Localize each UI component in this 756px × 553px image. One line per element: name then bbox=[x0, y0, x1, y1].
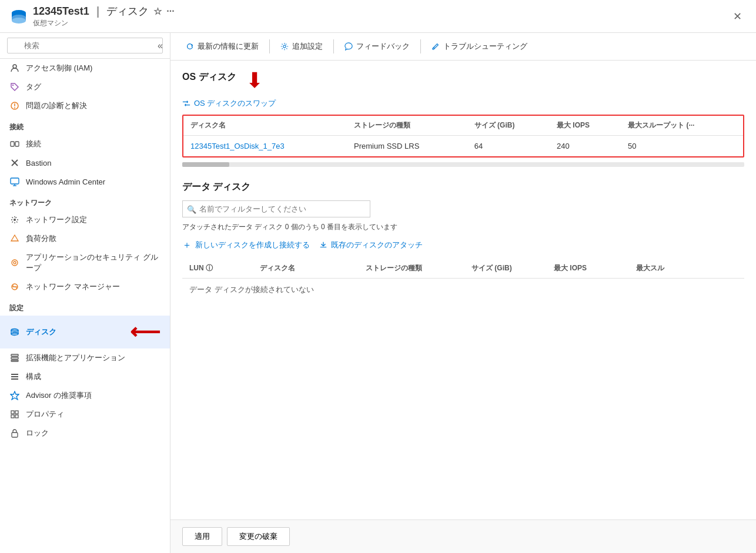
os-throughput-cell: 50 bbox=[621, 136, 743, 157]
collapse-button[interactable]: « bbox=[158, 41, 163, 51]
filter-input[interactable] bbox=[182, 200, 370, 217]
sidebar-item-tags[interactable]: タグ bbox=[0, 78, 170, 96]
extensions-icon bbox=[9, 353, 20, 363]
sidebar-item-network-settings[interactable]: ネットワーク設定 bbox=[0, 210, 170, 229]
data-disk-table: LUN ⓘ ディスク名 ストレージの種類 サイズ (GiB) 最大 IOPS 最… bbox=[182, 259, 744, 301]
refresh-button[interactable]: 最新の情報に更新 bbox=[180, 38, 265, 55]
svg-rect-27 bbox=[11, 354, 18, 356]
main-content: 最新の情報に更新 追加設定 フィードバック トラブルシューティング bbox=[170, 33, 756, 553]
settings-icon bbox=[280, 42, 289, 51]
section-label-settings: 設定 bbox=[0, 296, 170, 316]
sidebar-item-advisor[interactable]: Advisor の推奨事項 bbox=[0, 386, 170, 405]
os-disk-title: OS ディスク bbox=[182, 71, 236, 83]
swap-os-disk-button[interactable]: OS ディスクのスワップ bbox=[182, 98, 276, 109]
sidebar-search-area: 🔍 « bbox=[0, 33, 170, 59]
footer: 適用 変更の破棄 bbox=[170, 520, 756, 553]
filter-input-wrap: 🔍 bbox=[182, 200, 370, 217]
close-button[interactable]: ✕ bbox=[728, 8, 747, 25]
svg-point-20 bbox=[12, 260, 18, 266]
sidebar-label-network-settings: ネットワーク設定 bbox=[26, 215, 87, 225]
col-iops: 最大 IOPS bbox=[550, 116, 621, 136]
disk-icon bbox=[9, 327, 20, 337]
os-disk-table: ディスク名 ストレージの種類 サイズ (GiB) 最大 IOPS 最大スループッ… bbox=[183, 116, 743, 156]
apply-button[interactable]: 適用 bbox=[182, 527, 222, 546]
swap-button-area: OS ディスクのスワップ bbox=[182, 98, 744, 109]
wac-icon bbox=[9, 176, 20, 187]
header-title-block: 12345Test1 | ディスク ☆ ··· 仮想マシン bbox=[33, 4, 175, 28]
swap-icon bbox=[182, 99, 190, 108]
vm-name: 12345Test1 bbox=[33, 5, 89, 18]
svg-rect-32 bbox=[11, 378, 18, 380]
sidebar-item-access-control[interactable]: アクセス制御 (IAM) bbox=[0, 59, 170, 78]
search-input[interactable] bbox=[7, 38, 163, 53]
access-control-icon bbox=[9, 63, 20, 73]
attach-existing-button[interactable]: 既存のディスクのアタッチ bbox=[319, 240, 423, 250]
svg-rect-15 bbox=[11, 178, 19, 184]
col-data-iops: 最大 IOPS bbox=[547, 259, 629, 279]
sidebar-label-wac: Windows Admin Center bbox=[26, 177, 105, 186]
settings-button[interactable]: 追加設定 bbox=[275, 38, 329, 55]
sidebar-label-lock: ロック bbox=[26, 428, 49, 438]
section-label-connect: 接続 bbox=[0, 115, 170, 135]
favorite-star[interactable]: ☆ bbox=[153, 6, 162, 17]
troubleshoot-icon bbox=[431, 42, 440, 51]
sidebar-item-bastion[interactable]: Bastion bbox=[0, 153, 170, 172]
section-label-network: ネットワーク bbox=[0, 191, 170, 210]
down-arrow-annotation: ⬇ bbox=[246, 70, 263, 91]
svg-rect-29 bbox=[11, 360, 18, 361]
sidebar-item-network-manager[interactable]: ネットワーク マネージャー bbox=[0, 277, 170, 296]
svg-rect-35 bbox=[15, 411, 18, 414]
os-disk-name-link[interactable]: 12345Test1_OsDisk_1_7e3 bbox=[190, 142, 285, 150]
bastion-icon bbox=[9, 157, 20, 168]
more-options[interactable]: ··· bbox=[166, 6, 174, 16]
add-disk-button[interactable]: ＋ 新しいディスクを作成し接続する bbox=[182, 239, 310, 252]
content-area: OS ディスク ⬇ OS ディスクのスワップ ディスク名 bbox=[170, 61, 756, 520]
svg-point-18 bbox=[14, 219, 16, 221]
feedback-button[interactable]: フィードバック bbox=[339, 38, 416, 55]
left-arrow-annotation: ⟵ bbox=[130, 320, 160, 344]
svg-rect-28 bbox=[11, 357, 18, 359]
sidebar-item-load-balancer[interactable]: 負荷分散 bbox=[0, 229, 170, 248]
sidebar-label-connect: 接続 bbox=[26, 139, 41, 149]
cancel-button[interactable]: 変更の破棄 bbox=[227, 527, 290, 546]
header-title: 12345Test1 | ディスク ☆ ··· bbox=[33, 4, 175, 18]
toolbar-sep-1 bbox=[269, 39, 270, 53]
config-icon bbox=[9, 371, 20, 382]
os-iops-cell: 240 bbox=[550, 136, 621, 157]
sidebar-item-lock[interactable]: ロック bbox=[0, 424, 170, 443]
filter-search-icon: 🔍 bbox=[187, 205, 196, 213]
sidebar-item-app-security[interactable]: アプリケーションのセキュリティ グループ bbox=[0, 248, 170, 277]
nav-group-connect: 接続 接続 Bastion Window bbox=[0, 115, 170, 191]
os-disk-row: 12345Test1_OsDisk_1_7e3 Premium SSD LRS … bbox=[183, 136, 743, 157]
sidebar-label-access-control: アクセス制御 (IAM) bbox=[26, 63, 92, 73]
header-actions: ✕ bbox=[728, 8, 747, 25]
svg-point-9 bbox=[14, 108, 15, 109]
sidebar-item-config[interactable]: 構成 bbox=[0, 367, 170, 386]
sidebar-label-network-manager: ネットワーク マネージャー bbox=[26, 281, 120, 292]
sidebar-item-extensions[interactable]: 拡張機能とアプリケーション bbox=[0, 348, 170, 367]
sidebar-item-diagnose[interactable]: 問題の診断と解決 bbox=[0, 96, 170, 115]
sidebar-item-wac[interactable]: Windows Admin Center bbox=[0, 172, 170, 191]
attach-info: アタッチされたデータ ディスク 0 個のうち 0 番目を表示しています bbox=[182, 222, 744, 232]
sidebar: 🔍 « アクセス制御 (IAM) タグ bbox=[0, 33, 170, 553]
col-disk-name: ディスク名 bbox=[183, 116, 347, 136]
sidebar-item-disks[interactable]: ディスク ⟵ bbox=[0, 316, 170, 348]
svg-point-4 bbox=[12, 18, 26, 24]
svg-rect-11 bbox=[15, 142, 19, 146]
col-lun: LUN ⓘ bbox=[182, 259, 253, 279]
sidebar-item-connect[interactable]: 接続 bbox=[0, 135, 170, 153]
sidebar-label-bastion: Bastion bbox=[26, 159, 51, 167]
troubleshoot-button[interactable]: トラブルシューティング bbox=[426, 38, 533, 55]
nav-group-general: アクセス制御 (IAM) タグ 問題の診断と解決 bbox=[0, 59, 170, 115]
os-storage-type-cell: Premium SSD LRS bbox=[347, 136, 467, 157]
sidebar-item-properties[interactable]: プロパティ bbox=[0, 405, 170, 424]
svg-point-21 bbox=[14, 262, 16, 264]
header-left: 12345Test1 | ディスク ☆ ··· 仮想マシン bbox=[9, 4, 175, 28]
sidebar-label-disks: ディスク bbox=[26, 327, 56, 337]
svg-marker-33 bbox=[11, 391, 19, 400]
sidebar-label-tags: タグ bbox=[26, 82, 41, 92]
svg-point-40 bbox=[433, 48, 434, 50]
data-disk-title: データ ディスク bbox=[182, 181, 744, 193]
col-data-disk-name: ディスク名 bbox=[253, 259, 359, 279]
add-icon: ＋ bbox=[182, 239, 192, 252]
